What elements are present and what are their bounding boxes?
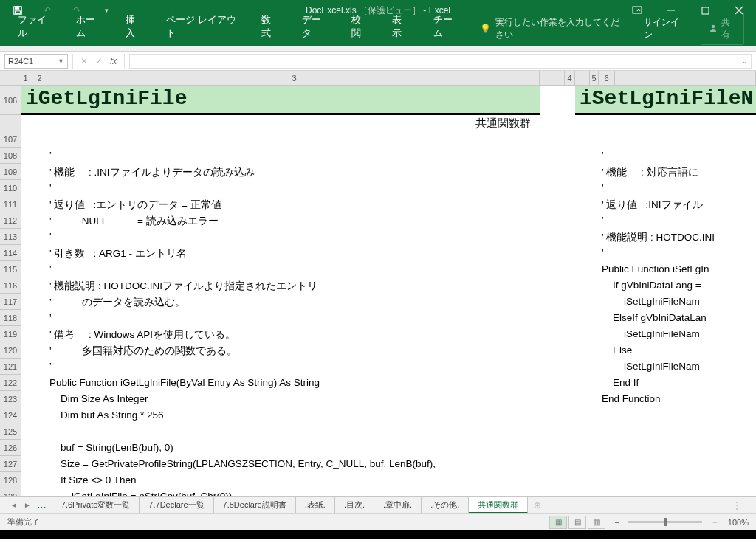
ribbon-tab[interactable]: 表示 [380,7,421,46]
sheet-tab[interactable]: 7.7Declare一覧 [140,497,213,513]
view-page-break-icon[interactable]: ▥ [588,516,605,529]
code-cell[interactable]: ' 備考 : Windows APIを使用している。 [49,326,236,342]
row-header[interactable]: 119 [0,326,21,342]
code-cell[interactable]: iSetLgIniFileNam [602,359,700,375]
row-header[interactable]: 128 [0,472,21,488]
worksheet-grid[interactable]: 1061071081091101111121131141151161171181… [0,86,756,496]
row-header[interactable]: 124 [0,407,21,423]
row-header[interactable]: 120 [0,342,21,359]
code-cell[interactable]: ElseIf gVbIniDataLan [602,310,707,326]
code-cell[interactable]: End Function [602,391,661,407]
ribbon-tab[interactable]: チーム [422,7,471,46]
code-cell[interactable]: Else [602,342,632,359]
code-cell[interactable]: ' NULL = 読み込みエラー [49,212,219,229]
code-cell[interactable]: If gVbIniDataLang = [602,277,704,294]
column-header[interactable]: 5 [590,71,599,85]
ribbon-tab[interactable]: 数式 [250,7,290,46]
sheet-tab[interactable]: .表紙. [296,497,335,513]
tab-nav-next-icon[interactable]: ► [24,501,31,509]
column-header[interactable]: 3 [49,71,540,85]
sheet-tab[interactable]: 共通関数群 [469,497,528,513]
code-cell[interactable]: ' 返り値 :INIファイル [602,196,703,212]
tab-nav-more[interactable]: … [37,499,47,511]
code-cell[interactable]: ' [49,310,52,326]
code-cell[interactable]: Dim Size As Integer [49,391,148,407]
row-header[interactable]: 114 [0,245,21,261]
select-all-corner[interactable] [0,71,21,85]
code-cell[interactable]: ' 返り値 :エントリのデータ = 正常値 [49,196,221,212]
row-header[interactable]: 121 [0,359,21,375]
code-cell[interactable]: Public Function iSetLgIn [602,261,709,277]
code-cell[interactable]: buf = String(LenB(buf), 0) [49,440,173,456]
code-cell[interactable]: iSetLgIniFileNam [602,326,700,342]
ribbon-tab[interactable]: 校閲 [340,7,380,46]
sheet-tab[interactable]: .その他. [422,497,469,513]
row-header[interactable]: 116 [0,277,21,294]
row-header[interactable]: 127 [0,456,21,472]
column-header[interactable] [540,71,565,85]
fx-icon[interactable]: fx [110,56,117,66]
zoom-slider[interactable] [628,521,702,523]
code-cell[interactable]: iGetLgIniFile = pStrICpy(buf, Chr(0)) [49,488,232,496]
code-cell[interactable]: If Size <> 0 Then [49,472,137,488]
chevron-down-icon[interactable]: ▼ [58,58,64,65]
code-cell[interactable]: ' 機能説明 : HOTDOC.INIファイルより指定されたエントリ [49,277,317,294]
row-header[interactable]: 129 [0,488,21,496]
enter-formula-icon[interactable]: ✓ [95,56,103,66]
row-header[interactable]: 115 [0,261,21,277]
row-header[interactable]: 126 [0,440,21,456]
row-header[interactable]: 113 [0,229,21,245]
code-cell[interactable]: ' 引き数 : ARG1 - エントリ名 [49,245,187,261]
add-sheet-button[interactable]: ⊕ [528,500,547,511]
expand-formula-icon[interactable]: ⌄ [742,58,748,65]
code-cell[interactable]: ' [49,261,52,277]
code-cell[interactable]: ' [49,359,52,375]
row-header[interactable]: 111 [0,196,21,212]
row-header[interactable]: 110 [0,180,21,196]
row-header[interactable]: 122 [0,375,21,391]
zoom-out-icon[interactable]: − [614,518,619,527]
zoom-level[interactable]: 100% [728,518,749,527]
row-header[interactable]: 125 [0,423,21,440]
sheet-tab[interactable]: 7.8Declare説明書 [214,497,296,513]
zoom-in-icon[interactable]: ＋ [711,516,719,528]
row-header[interactable]: 109 [0,164,21,180]
formula-bar[interactable]: ⌄ [129,54,752,69]
code-cell[interactable]: iSetLgIniFileNam [602,294,700,310]
ribbon-tab[interactable]: ページ レイアウト [154,7,250,46]
row-header[interactable] [0,115,21,131]
tell-me[interactable]: 💡 実行したい作業を入力してください [471,12,637,46]
code-cell[interactable]: ' [49,229,52,245]
cancel-formula-icon[interactable]: ✕ [80,56,88,66]
row-header[interactable]: 112 [0,212,21,229]
code-cell[interactable]: ' 機能 : 対応言語に [602,164,698,180]
code-cell[interactable]: ' [602,180,604,196]
cell-func-title-left[interactable]: iGetLgIniFile [21,86,540,115]
view-page-layout-icon[interactable]: ▤ [568,516,586,529]
code-cell[interactable]: ' [49,148,52,164]
tab-options-icon[interactable]: ⋮ [722,500,752,511]
sheet-tab[interactable]: .章中扉. [374,497,422,513]
code-cell[interactable]: ' [602,212,604,229]
code-cell[interactable]: End If [602,375,639,391]
row-header[interactable]: 117 [0,294,21,310]
ribbon-tab[interactable]: ファイル [6,7,64,46]
code-cell[interactable]: ' [49,180,52,196]
row-header[interactable]: 123 [0,391,21,407]
share-button[interactable]: 共有 [701,13,744,45]
ribbon-tab[interactable]: データ [290,7,340,46]
column-header[interactable]: 6 [599,71,615,85]
sheet-tab[interactable]: 7.6Private変数一覧 [52,497,140,513]
cell-func-title-right[interactable]: iSetLgIniFileN [575,86,756,115]
name-box[interactable]: R24C1▼ [4,54,68,69]
ribbon-tab[interactable]: 挿入 [114,7,154,46]
column-header[interactable] [615,71,756,85]
cell-subtitle[interactable]: 共通関数群 [21,115,540,131]
row-header[interactable]: 107 [0,131,21,148]
code-cell[interactable]: ' 多国籍対応のための関数である。 [49,342,237,359]
code-cell[interactable]: ' [602,148,604,164]
column-header[interactable]: 1 [21,71,30,85]
row-header[interactable]: 106 [0,86,21,115]
row-header[interactable]: 108 [0,148,21,164]
code-cell[interactable]: ' 機能説明 : HOTDOC.INI [602,229,715,245]
